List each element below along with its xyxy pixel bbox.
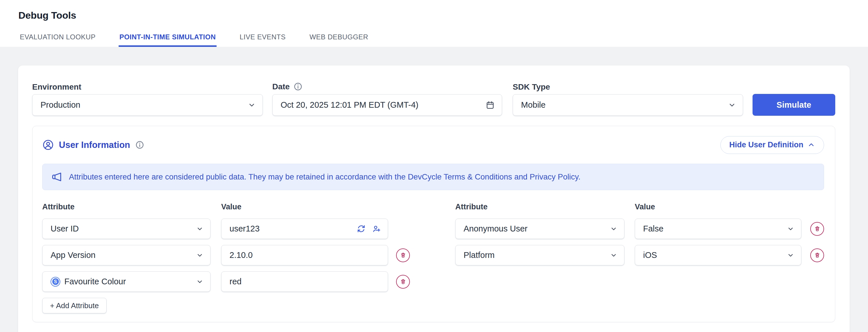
- tab-point-in-time-simulation[interactable]: POINT-IN-TIME SIMULATION: [119, 33, 217, 47]
- trash-icon: [400, 252, 406, 259]
- page-header: Debug Tools EVALUATION LOOKUP POINT-IN-T…: [0, 0, 868, 47]
- attribute-row: S Favourite Colour: [42, 271, 824, 292]
- delete-attribute-button[interactable]: [810, 248, 824, 262]
- user-information-title: User Information: [59, 140, 130, 150]
- trash-icon: [814, 252, 820, 259]
- chevron-up-icon: [807, 141, 815, 149]
- trash-icon: [814, 225, 820, 232]
- favourite-colour-input[interactable]: [229, 277, 381, 286]
- environment-label: Environment: [32, 83, 263, 91]
- delete-attribute-button[interactable]: [810, 222, 824, 236]
- chevron-down-icon: [787, 225, 794, 232]
- app-version-input[interactable]: [229, 250, 381, 260]
- attribute-select-anonymous-user[interactable]: Anonymous User: [455, 218, 624, 239]
- attribute-select-favourite-colour[interactable]: S Favourite Colour: [42, 271, 211, 292]
- add-attribute-button[interactable]: + Add Attribute: [42, 298, 106, 313]
- attribute-select-user-id[interactable]: User ID: [42, 218, 211, 239]
- simulate-button[interactable]: Simulate: [752, 94, 835, 116]
- page-body: Environment Production Date Oct: [0, 47, 868, 332]
- refresh-icon[interactable]: [357, 224, 366, 233]
- delete-attribute-button[interactable]: [396, 248, 410, 262]
- info-icon[interactable]: [293, 82, 303, 91]
- tab-bar: EVALUATION LOOKUP POINT-IN-TIME SIMULATI…: [19, 33, 369, 47]
- chevron-down-icon: [196, 225, 204, 232]
- value-input-user-id[interactable]: [221, 218, 388, 239]
- chevron-down-icon: [196, 278, 204, 285]
- delete-attribute-button[interactable]: [396, 275, 410, 289]
- chevron-down-icon: [787, 251, 794, 259]
- tab-web-debugger[interactable]: WEB DEBUGGER: [308, 33, 369, 47]
- megaphone-icon: [51, 171, 63, 183]
- chevron-down-icon: [728, 101, 736, 109]
- attribute-column-header: Attribute: [42, 203, 211, 211]
- page-title: Debug Tools: [19, 9, 868, 21]
- user-information-section: User Information Hide User Definition At…: [32, 126, 835, 322]
- attribute-select-platform[interactable]: Platform: [455, 245, 624, 265]
- tab-live-events[interactable]: LIVE EVENTS: [239, 33, 286, 47]
- value-column-header: Value: [635, 203, 801, 211]
- value-input-app-version[interactable]: [221, 245, 388, 265]
- chevron-down-icon: [196, 251, 204, 259]
- value-input-favourite-colour[interactable]: [221, 271, 388, 292]
- environment-field: Environment Production: [32, 83, 263, 116]
- chevron-down-icon: [248, 101, 256, 109]
- user-information-header: User Information Hide User Definition: [42, 136, 824, 154]
- environment-select[interactable]: Production: [32, 94, 263, 116]
- value-column-header: Value: [221, 203, 388, 211]
- sdk-type-field: SDK Type Mobile: [513, 83, 743, 116]
- sdk-type-select[interactable]: Mobile: [513, 94, 743, 116]
- value-select-platform[interactable]: iOS: [635, 245, 801, 265]
- chevron-down-icon: [610, 225, 617, 232]
- sdk-type-label: SDK Type: [513, 83, 743, 91]
- tab-evaluation-lookup[interactable]: EVALUATION LOOKUP: [19, 33, 96, 47]
- attribute-row: App Version Platform: [42, 245, 824, 265]
- simulation-panel: Environment Production Date Oct: [18, 65, 849, 332]
- trash-icon: [400, 278, 406, 285]
- date-input[interactable]: Oct 20, 2025 12:01 PM EDT (GMT-4): [272, 94, 502, 116]
- date-value: Oct 20, 2025 12:01 PM EDT (GMT-4): [281, 100, 486, 110]
- info-icon[interactable]: [135, 140, 145, 150]
- date-field: Date Oct 20, 2025 12:01 PM EDT (GMT-4): [272, 82, 502, 116]
- user-plus-icon[interactable]: [372, 224, 381, 233]
- chevron-down-icon: [610, 251, 617, 259]
- attribute-select-app-version[interactable]: App Version: [42, 245, 211, 265]
- user-id-input[interactable]: [229, 224, 357, 234]
- user-circle-icon: [42, 139, 54, 151]
- attribute-column-header: Attribute: [455, 203, 624, 211]
- string-type-icon: S: [51, 277, 60, 286]
- hide-user-definition-button[interactable]: Hide User Definition: [720, 136, 824, 154]
- public-data-banner: Attributes entered here are considered p…: [42, 164, 824, 190]
- calendar-icon: [486, 100, 495, 110]
- date-label: Date: [272, 82, 502, 91]
- environment-select-value: Production: [40, 100, 248, 110]
- attribute-column-headers: Attribute Value Attribute Value: [42, 203, 824, 211]
- simulation-controls: Environment Production Date Oct: [32, 82, 835, 116]
- sdk-type-select-value: Mobile: [521, 100, 728, 110]
- banner-text: Attributes entered here are considered p…: [69, 172, 581, 182]
- value-select-anonymous-user[interactable]: False: [635, 218, 801, 239]
- attribute-row: User ID: [42, 218, 824, 239]
